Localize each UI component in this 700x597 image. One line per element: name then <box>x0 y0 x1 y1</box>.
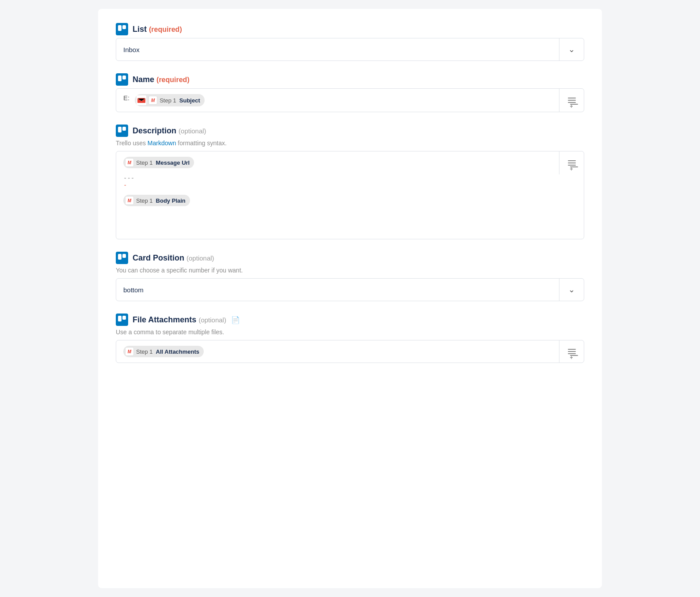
card-pos-subtitle: You can choose a specific number if you … <box>116 267 584 274</box>
card-pos-optional-label: (optional) <box>186 254 214 262</box>
svg-rect-16 <box>122 316 126 320</box>
card-pos-title-text: Card Position <box>133 253 184 262</box>
card-position-section: Card Position (optional) You can choose … <box>116 252 584 301</box>
markdown-link[interactable]: Markdown <box>148 140 176 147</box>
desc-subtitle: Trello uses Markdown formatting syntax. <box>116 140 584 147</box>
desc-optional-label: (optional) <box>179 127 206 135</box>
svg-rect-5 <box>122 76 126 79</box>
desc-token-row-1: M Step 1 Message Url <box>123 157 194 168</box>
gmail-badge-attach: M <box>125 347 134 356</box>
name-field-box: E: M Step <box>116 88 584 112</box>
desc-dot: - <box>123 181 127 189</box>
svg-rect-15 <box>118 316 122 321</box>
description-section-header: Description (optional) <box>116 125 584 137</box>
file-attach-optional-label: (optional) <box>198 316 226 324</box>
file-attachments-header: File Attachments (optional) 📄 <box>116 314 584 326</box>
name-step-label: Step 1 <box>160 97 176 104</box>
svg-rect-11 <box>116 252 128 264</box>
svg-rect-9 <box>118 127 122 132</box>
card-pos-chevron-icon[interactable]: ⌄ <box>559 279 584 301</box>
trello-icon-name <box>116 73 128 86</box>
file-attach-token-text: All Attachments <box>156 348 199 355</box>
gmail-badge-desc-1: M <box>125 158 134 167</box>
desc-token2-text: Body Plain <box>156 197 186 204</box>
description-field-box: M Step 1 Message Url --- - M Step 1 Body… <box>116 151 584 239</box>
desc-token-row-2: M Step 1 Body Plain <box>123 195 190 206</box>
svg-rect-12 <box>118 254 122 260</box>
trello-icon-cardpos <box>116 252 128 264</box>
svg-rect-0 <box>116 23 128 35</box>
list-title-text: List <box>133 25 147 34</box>
lines-plus-icon-name: + <box>568 98 576 103</box>
name-token[interactable]: M Step 1 Subject <box>135 94 205 106</box>
list-title: List (required) <box>133 25 182 34</box>
list-value: Inbox <box>116 41 559 59</box>
svg-rect-10 <box>122 127 126 131</box>
lines-plus-icon-attach: + <box>568 349 576 354</box>
desc-step1-label: Step 1 <box>136 159 153 166</box>
description-field-content[interactable]: M Step 1 Message Url --- - M Step 1 Body… <box>116 151 559 212</box>
gmail-badge-desc-2: M <box>125 196 134 205</box>
file-icon: 📄 <box>231 316 240 324</box>
file-attach-subtitle-text: Use a comma to separate multiple files. <box>116 329 224 336</box>
name-title-text: Name <box>133 75 154 84</box>
card-position-dropdown[interactable]: bottom ⌄ <box>116 278 584 301</box>
main-container: List (required) Inbox ⌄ Name (required) … <box>98 9 602 588</box>
description-add-variable-button[interactable]: + <box>559 151 584 174</box>
svg-rect-3 <box>116 73 128 86</box>
svg-rect-1 <box>118 25 122 31</box>
gmail-icon-name <box>137 95 146 105</box>
lines-plus-icon-desc: + <box>568 160 576 166</box>
trello-icon-attach <box>116 314 128 326</box>
list-section: List (required) Inbox ⌄ <box>116 23 584 61</box>
desc-title: Description (optional) <box>133 126 206 136</box>
file-attach-subtitle: Use a comma to separate multiple files. <box>116 329 584 336</box>
desc-token1-text: Message Url <box>156 159 190 166</box>
card-pos-title: Card Position (optional) <box>133 253 214 263</box>
desc-subtitle-prefix: Trello uses <box>116 140 148 147</box>
desc-token-1[interactable]: M Step 1 Message Url <box>123 157 194 168</box>
svg-rect-13 <box>122 254 126 258</box>
name-token-text: Subject <box>179 97 200 104</box>
file-attachments-section: File Attachments (optional) 📄 Use a comm… <box>116 314 584 363</box>
svg-rect-2 <box>122 25 126 29</box>
svg-rect-8 <box>116 125 128 137</box>
name-section: Name (required) E: <box>116 73 584 112</box>
desc-title-text: Description <box>133 126 176 135</box>
desc-step2-label: Step 1 <box>136 197 153 204</box>
file-attachments-field-box: M Step 1 All Attachments + <box>116 340 584 363</box>
file-attach-title-text: File Attachments <box>133 315 196 324</box>
file-attach-token[interactable]: M Step 1 All Attachments <box>123 346 204 357</box>
description-section: Description (optional) Trello uses Markd… <box>116 125 584 239</box>
svg-rect-14 <box>116 314 128 326</box>
card-pos-subtitle-text: You can choose a specific number if you … <box>116 267 243 274</box>
desc-token-2[interactable]: M Step 1 Body Plain <box>123 195 190 206</box>
list-required-label: (required) <box>149 26 182 33</box>
svg-rect-4 <box>118 76 122 81</box>
gmail-badge-name: M <box>148 96 157 105</box>
list-section-header: List (required) <box>116 23 584 35</box>
name-title: Name (required) <box>133 75 190 84</box>
trello-icon-desc <box>116 125 128 137</box>
name-required-label: (required) <box>156 76 190 83</box>
name-section-header: Name (required) <box>116 73 584 86</box>
trello-icon <box>116 23 128 35</box>
list-chevron-icon[interactable]: ⌄ <box>559 38 584 60</box>
desc-subtitle-suffix: formatting syntax. <box>176 140 226 147</box>
name-prefix: E: <box>123 94 129 102</box>
file-attachments-field-content[interactable]: M Step 1 All Attachments <box>116 340 559 363</box>
card-position-header: Card Position (optional) <box>116 252 584 264</box>
list-dropdown[interactable]: Inbox ⌄ <box>116 38 584 61</box>
desc-separator: --- - <box>123 173 134 190</box>
name-add-variable-button[interactable]: + <box>559 89 584 112</box>
card-pos-value: bottom <box>116 281 559 299</box>
desc-dashes: --- <box>123 174 134 181</box>
file-attach-add-variable-button[interactable]: + <box>559 340 584 363</box>
file-attach-title: File Attachments (optional) 📄 <box>133 315 240 325</box>
file-attach-step-label: Step 1 <box>136 348 153 355</box>
name-field-content[interactable]: E: M Step <box>116 89 559 112</box>
